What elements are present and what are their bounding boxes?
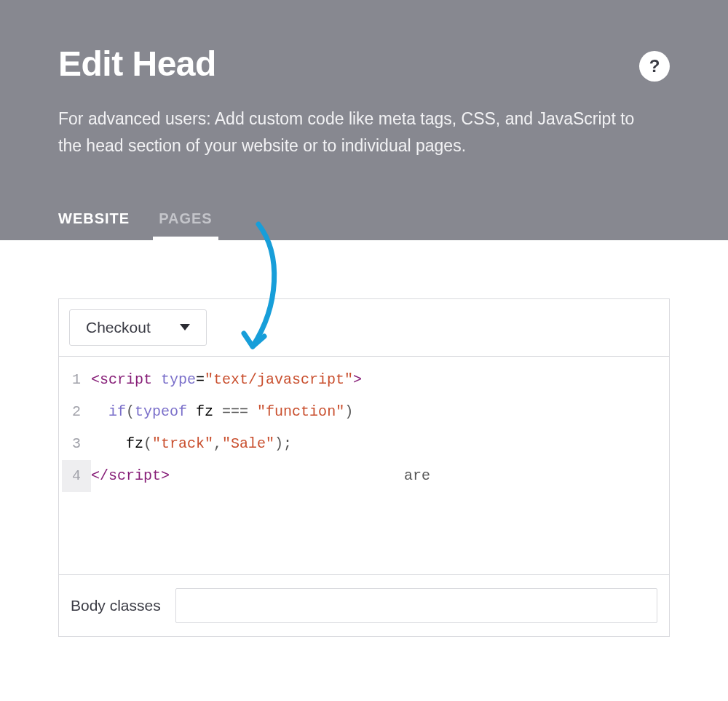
line-number: 1 bbox=[62, 364, 91, 396]
code-line[interactable]: 2 if(typeof fz === "function") bbox=[62, 396, 663, 428]
page-title: Edit Head bbox=[58, 44, 216, 84]
line-number: 3 bbox=[62, 428, 91, 460]
body-classes-label: Body classes bbox=[71, 597, 161, 614]
page-description: For advanced users: Add custom code like… bbox=[58, 106, 655, 159]
tab-website[interactable]: WEBSITE bbox=[58, 210, 130, 240]
code-content[interactable]: </script>are bbox=[91, 460, 663, 492]
editor-panel: Checkout 1<script type="text/javascript"… bbox=[58, 298, 670, 637]
line-number: 2 bbox=[62, 396, 91, 428]
code-line[interactable]: 3 fz("track","Sale"); bbox=[62, 428, 663, 460]
help-button[interactable]: ? bbox=[639, 51, 670, 82]
code-line[interactable]: 1<script type="text/javascript"> bbox=[62, 364, 663, 396]
code-editor[interactable]: 1<script type="text/javascript">2 if(typ… bbox=[59, 357, 669, 575]
body-classes-row: Body classes bbox=[59, 575, 669, 636]
help-icon: ? bbox=[649, 56, 660, 76]
code-line[interactable]: 4</script>are bbox=[62, 460, 663, 492]
chevron-down-icon bbox=[180, 324, 190, 330]
panel-toolbar: Checkout bbox=[59, 299, 669, 357]
header-panel: Edit Head ? For advanced users: Add cust… bbox=[0, 0, 728, 240]
code-content[interactable]: if(typeof fz === "function") bbox=[91, 396, 663, 428]
body-classes-input[interactable] bbox=[175, 588, 657, 623]
content-area: Checkout 1<script type="text/javascript"… bbox=[0, 240, 728, 666]
line-number: 4 bbox=[62, 460, 91, 492]
page-select-label: Checkout bbox=[86, 319, 151, 336]
stray-text: are bbox=[404, 460, 430, 492]
tab-pages[interactable]: PAGES bbox=[159, 210, 213, 240]
page-select[interactable]: Checkout bbox=[69, 309, 207, 346]
tabs: WEBSITE PAGES bbox=[58, 210, 670, 240]
code-content[interactable]: <script type="text/javascript"> bbox=[91, 364, 663, 396]
code-content[interactable]: fz("track","Sale"); bbox=[91, 428, 663, 460]
